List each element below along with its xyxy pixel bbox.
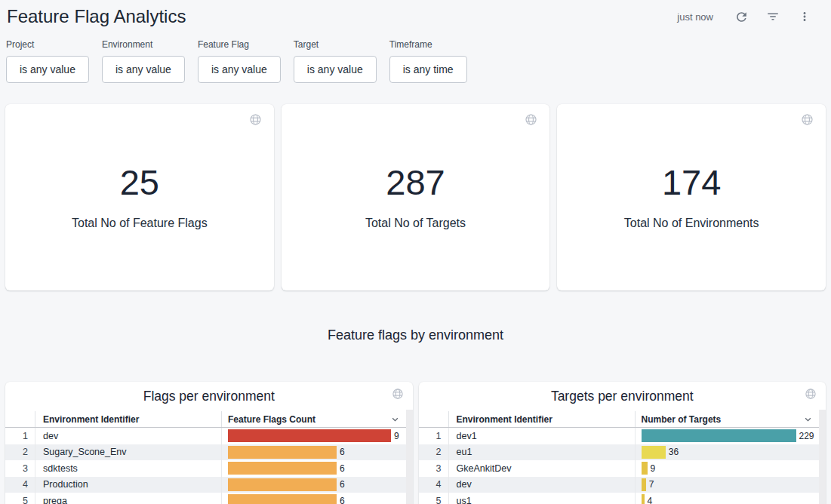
table-row: 3sdktests6	[5, 460, 413, 477]
filter-group-project: Project is any value	[6, 39, 89, 83]
value-bar[interactable]	[642, 446, 666, 459]
table-body: 1dev92Sugary_Scone_Env63sdktests64Produc…	[5, 428, 413, 504]
environment-column-header: Environment Identifier	[449, 411, 636, 427]
environment-cell: GkeAnkitDev	[449, 460, 636, 477]
kpi-value: 25	[120, 164, 159, 200]
value-bar[interactable]	[228, 446, 337, 459]
kebab-menu-icon	[798, 10, 811, 23]
filter-group-environment: Environment is any value	[102, 39, 185, 83]
row-index: 2	[5, 444, 35, 461]
filter-label: Environment	[102, 39, 185, 50]
table-row: 2Sugary_Scone_Env6	[5, 444, 413, 461]
kpi-value: 174	[662, 164, 721, 200]
filter-bar: Project is any value Environment is any …	[0, 29, 831, 83]
table-row: 5prega6	[5, 493, 413, 504]
environment-cell: us1	[449, 493, 636, 504]
refresh-status: just now	[677, 11, 713, 23]
environment-cell: dev	[449, 477, 636, 493]
value-bar[interactable]	[642, 478, 646, 491]
filter-group-feature-flag: Feature Flag is any value	[198, 39, 281, 83]
globe-icon[interactable]	[392, 388, 404, 403]
table-header-row: Environment Identifier Number of Targets	[419, 411, 826, 428]
measure-column-label: Feature Flags Count	[228, 414, 315, 425]
feature-flag-filter-button[interactable]: is any value	[198, 56, 281, 83]
environment-cell: Sugary_Scone_Env	[35, 444, 222, 461]
table-row: 2eu136	[419, 444, 826, 461]
row-index: 3	[5, 460, 35, 477]
row-index: 2	[419, 444, 449, 461]
globe-icon[interactable]	[805, 388, 817, 403]
table-body: 1dev12292eu1363GkeAnkitDev94dev75us14	[419, 428, 826, 504]
measure-cell: 4	[636, 493, 826, 504]
flags-per-environment-tile: Flags per environment Environment Identi…	[5, 382, 413, 504]
filter-label: Timeframe	[389, 39, 467, 50]
project-filter-button[interactable]: is any value	[6, 56, 89, 83]
timeframe-filter-button[interactable]: is any time	[389, 56, 467, 83]
measure-column-label: Number of Targets	[642, 414, 722, 425]
filter-group-target: Target is any value	[294, 39, 377, 83]
value-label: 6	[340, 496, 345, 504]
filter-group-timeframe: Timeframe is any time	[389, 39, 467, 83]
table-row: 1dev1229	[419, 428, 826, 444]
filter-label: Target	[294, 39, 377, 50]
value-label: 229	[799, 431, 814, 441]
value-bar[interactable]	[642, 494, 645, 504]
dashboard-filters-button[interactable]	[762, 5, 784, 28]
row-index: 1	[5, 428, 35, 444]
table-tiles-row: Flags per environment Environment Identi…	[0, 382, 831, 504]
globe-icon[interactable]	[525, 113, 537, 129]
measure-cell: 6	[222, 444, 413, 461]
row-index-column-header	[419, 411, 449, 427]
kpi-label: Total No of Environments	[624, 217, 759, 230]
table-scrollbar[interactable]	[406, 410, 413, 504]
table-row: 3GkeAnkitDev9	[419, 460, 826, 477]
filter-icon	[766, 10, 780, 23]
value-label: 6	[340, 479, 345, 490]
value-label: 6	[340, 447, 345, 457]
value-label: 36	[669, 447, 679, 457]
value-bar[interactable]	[228, 494, 337, 504]
chevron-down-icon[interactable]	[802, 413, 814, 425]
globe-icon[interactable]	[249, 113, 262, 129]
environment-cell: Production	[35, 477, 222, 493]
kpi-label: Total No of Targets	[365, 217, 466, 230]
value-bar[interactable]	[228, 462, 337, 475]
refresh-icon	[734, 10, 749, 24]
kpi-tile-feature-flags: 25 Total No of Feature Flags	[5, 104, 274, 290]
measure-cell: 9	[636, 460, 826, 477]
value-bar[interactable]	[228, 478, 337, 491]
measure-cell: 6	[222, 460, 413, 477]
value-label: 9	[394, 431, 399, 441]
row-index: 5	[419, 493, 449, 504]
targets-per-environment-tile: Targets per environment Environment Iden…	[419, 382, 826, 504]
target-filter-button[interactable]: is any value	[294, 56, 377, 83]
table-row: 4dev7	[419, 477, 826, 493]
page-title: Feature Flag Analytics	[7, 6, 186, 27]
filter-label: Feature Flag	[198, 39, 281, 50]
value-bar[interactable]	[642, 429, 796, 442]
table-row: 1dev9	[5, 428, 413, 444]
kpi-label: Total No of Feature Flags	[72, 217, 208, 230]
environment-filter-button[interactable]: is any value	[102, 56, 185, 83]
chevron-down-icon[interactable]	[389, 413, 401, 425]
dashboard-more-menu-button[interactable]	[793, 5, 816, 28]
table-scrollbar[interactable]	[819, 410, 826, 504]
environment-cell: dev1	[449, 428, 636, 444]
measure-column-header: Feature Flags Count	[222, 411, 413, 427]
tile-title: Targets per environment	[419, 389, 826, 404]
value-bar[interactable]	[228, 429, 391, 442]
row-index: 4	[5, 477, 35, 493]
row-index-column-header	[5, 411, 35, 427]
environment-column-header: Environment Identifier	[35, 411, 222, 427]
globe-icon[interactable]	[801, 113, 814, 129]
dashboard-header: Feature Flag Analytics just now	[0, 0, 831, 29]
value-bar[interactable]	[642, 462, 648, 475]
row-index: 4	[419, 477, 449, 493]
tile-title: Flags per environment	[5, 389, 413, 404]
kpi-tile-environments: 174 Total No of Environments	[557, 104, 826, 290]
environment-cell: eu1	[449, 444, 636, 461]
section-title: Feature flags by environment	[0, 327, 831, 343]
refresh-button[interactable]	[730, 5, 753, 28]
row-index: 5	[5, 493, 35, 504]
value-label: 4	[648, 496, 653, 504]
